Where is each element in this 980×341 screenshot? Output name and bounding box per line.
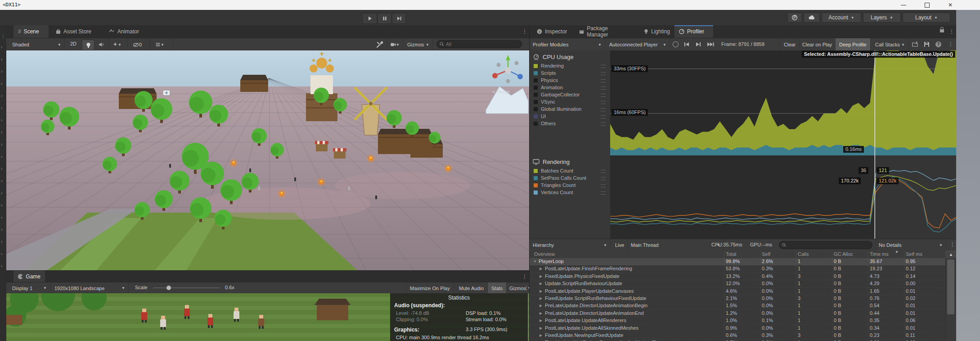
- foldout-chevron-icon[interactable]: ›: [1, 227, 2, 232]
- scene-effects-dropdown[interactable]: ▼: [109, 38, 128, 51]
- game-panel-menu[interactable]: ⋮: [522, 273, 527, 280]
- drag-handle-icon[interactable]: [601, 108, 606, 111]
- record-button[interactable]: [673, 41, 679, 47]
- foldout-chevron-icon[interactable]: ›: [1, 191, 2, 196]
- z-axis-handle[interactable]: [517, 74, 523, 79]
- tab-package-manager[interactable]: Package Manager: [575, 25, 632, 38]
- table-row[interactable]: ▶FixedUpdate.PhysicsFixedUpdate13.2%0.4%…: [530, 273, 945, 280]
- rendering-legend-item[interactable]: SetPass Calls Count: [530, 174, 610, 182]
- foldout-chevron-icon[interactable]: ›: [1, 57, 2, 62]
- deep-profile-toggle[interactable]: Deep Profile: [836, 38, 871, 51]
- table-row[interactable]: ▶TimeUpdate.WaitForLastPresentationAndUp…: [530, 339, 945, 341]
- layers-dropdown[interactable]: Layers▼: [863, 13, 901, 23]
- y-axis-cone[interactable]: [506, 55, 510, 60]
- col-time-ms[interactable]: Time ms: [870, 251, 889, 257]
- drag-handle-icon[interactable]: [601, 123, 606, 126]
- table-scrollbar-thumb[interactable]: [947, 259, 954, 314]
- scene-lighting-toggle[interactable]: [82, 40, 94, 50]
- table-row[interactable]: ▶PreLateUpdate.DirectorUpdateAnimationEn…: [530, 310, 945, 317]
- cpu-legend-item[interactable]: Others: [530, 120, 610, 127]
- drag-handle-icon[interactable]: [601, 86, 606, 90]
- step-button[interactable]: [392, 13, 406, 24]
- 2d-toggle[interactable]: 2D: [70, 41, 76, 46]
- prev-frame-button[interactable]: [683, 41, 690, 48]
- cpu-module-header[interactable]: CPU CPU Usage: [530, 50, 610, 62]
- orientation-gizmo[interactable]: [489, 53, 527, 87]
- clear-button[interactable]: Clear: [780, 38, 800, 51]
- scene-panel-menu[interactable]: ⋮: [522, 28, 527, 35]
- foldout-chevron-icon[interactable]: ›: [1, 203, 2, 208]
- foldout-chevron-icon[interactable]: ›: [1, 106, 2, 110]
- pause-button[interactable]: [378, 13, 391, 24]
- tab-game[interactable]: Game: [13, 271, 45, 282]
- rendering-legend-item[interactable]: Triangles Count: [530, 182, 610, 189]
- load-profile-button[interactable]: [912, 41, 919, 48]
- table-row[interactable]: ▶PostLateUpdate.PlayerUpdateCanvases4.6%…: [530, 288, 945, 295]
- hierarchy-search-input[interactable]: [788, 242, 869, 248]
- expand-arrow-icon[interactable]: ▶: [539, 280, 542, 287]
- expand-arrow-icon[interactable]: ▶: [539, 302, 542, 309]
- foldout-chevron-icon[interactable]: ›: [1, 82, 2, 86]
- drag-handle-icon[interactable]: [601, 101, 606, 104]
- hierarchy-search-field[interactable]: [779, 241, 872, 249]
- scene-audio-toggle[interactable]: [95, 40, 107, 50]
- close-button[interactable]: ✕: [941, 0, 959, 10]
- table-row[interactable]: ▶PostLateUpdate.FinishFrameRendering53.8…: [530, 265, 945, 273]
- details-dropdown[interactable]: No Details▼: [875, 239, 946, 251]
- view-mode-dropdown[interactable]: Hierarchy▼: [530, 239, 611, 251]
- table-row[interactable]: ▶PostLateUpdate.UpdateAllRenderers1.0%0.…: [530, 317, 945, 324]
- call-stacks-dropdown[interactable]: Call Stacks ▼: [872, 38, 909, 51]
- table-row[interactable]: ▶Update.ScriptRunBehaviourUpdate12.0%0.0…: [530, 280, 945, 287]
- scene-camera-dropdown[interactable]: ▼: [387, 38, 403, 51]
- col-calls[interactable]: Calls: [798, 251, 809, 257]
- scene-search-field[interactable]: All: [436, 40, 522, 48]
- scene-gizmos-dropdown[interactable]: Gizmos▼: [404, 38, 433, 51]
- foldout-chevron-icon[interactable]: ›: [1, 118, 2, 123]
- cloud-services-button[interactable]: [804, 13, 820, 23]
- drag-handle-icon[interactable]: [601, 65, 606, 68]
- foldout-chevron-icon[interactable]: ›: [1, 45, 2, 50]
- cpu-usage-chart[interactable]: 33ms (30FPS) 16ms (60FPS) Selected: Asse…: [610, 50, 957, 156]
- foldout-chevron-icon[interactable]: ›: [1, 252, 2, 256]
- col-self-ms[interactable]: Self ms: [906, 251, 922, 257]
- shading-mode-dropdown[interactable]: Shaded▼: [9, 38, 65, 51]
- perspective-label[interactable]: < Persp: [492, 89, 509, 95]
- drag-handle-icon[interactable]: [601, 184, 606, 187]
- drag-handle-icon[interactable]: [601, 191, 606, 195]
- table-row[interactable]: ▼PlayerLoop99.8%2.6%10 B35.670.95: [530, 258, 945, 265]
- foldout-chevron-icon[interactable]: ›: [1, 167, 2, 171]
- lock-icon[interactable]: [940, 29, 944, 32]
- game-viewport[interactable]: Statistics Audio (suspended): Level: -74…: [6, 293, 529, 341]
- drag-handle-icon[interactable]: [601, 115, 606, 118]
- cpu-legend-item[interactable]: Physics: [530, 77, 610, 84]
- expand-arrow-icon[interactable]: ▶: [539, 332, 542, 339]
- minimize-button[interactable]: —: [895, 0, 913, 10]
- table-row[interactable]: ▶FixedUpdate.NewInputFixedUpdate0.6%0.3%…: [530, 332, 945, 339]
- mute-audio-toggle[interactable]: Mute Audio: [455, 282, 488, 294]
- collapse-arrow-icon[interactable]: ▼: [533, 258, 537, 265]
- tab-profiler[interactable]: Profiler: [674, 25, 713, 38]
- x-axis-handle[interactable]: [492, 73, 498, 78]
- tab-animator[interactable]: Animator: [104, 25, 146, 38]
- scene-visibility-toggle[interactable]: 0: [130, 38, 150, 51]
- expand-arrow-icon[interactable]: ▶: [539, 339, 542, 341]
- account-dropdown[interactable]: Account▼: [822, 13, 861, 23]
- profiler-panel-menu[interactable]: ⋮: [949, 28, 954, 35]
- cpu-legend-item[interactable]: Rendering: [530, 62, 610, 69]
- hierarchy-menu[interactable]: ⋮: [950, 241, 955, 248]
- rendering-legend-item[interactable]: Vertices Count: [530, 189, 610, 196]
- expand-arrow-icon[interactable]: ▶: [539, 288, 542, 295]
- scene-viewport[interactable]: < Persp: [6, 50, 529, 270]
- expand-arrow-icon[interactable]: ▶: [539, 265, 542, 272]
- help-icon[interactable]: ?: [935, 41, 941, 47]
- thread-dropdown[interactable]: Main Thread▼: [628, 239, 724, 251]
- drag-handle-icon[interactable]: [601, 94, 606, 97]
- foldout-chevron-icon[interactable]: ›: [1, 94, 2, 98]
- scene-tools-button[interactable]: [376, 41, 383, 49]
- cpu-legend-item[interactable]: Scripts: [530, 69, 610, 77]
- expand-arrow-icon[interactable]: ▶: [539, 325, 542, 332]
- display-dropdown[interactable]: Display 1▼: [9, 282, 50, 294]
- game-toolbar-menu[interactable]: ⋮: [524, 285, 529, 291]
- foldout-chevron-icon[interactable]: ›: [1, 264, 2, 268]
- scene-grid-dropdown[interactable]: ▼: [152, 38, 173, 51]
